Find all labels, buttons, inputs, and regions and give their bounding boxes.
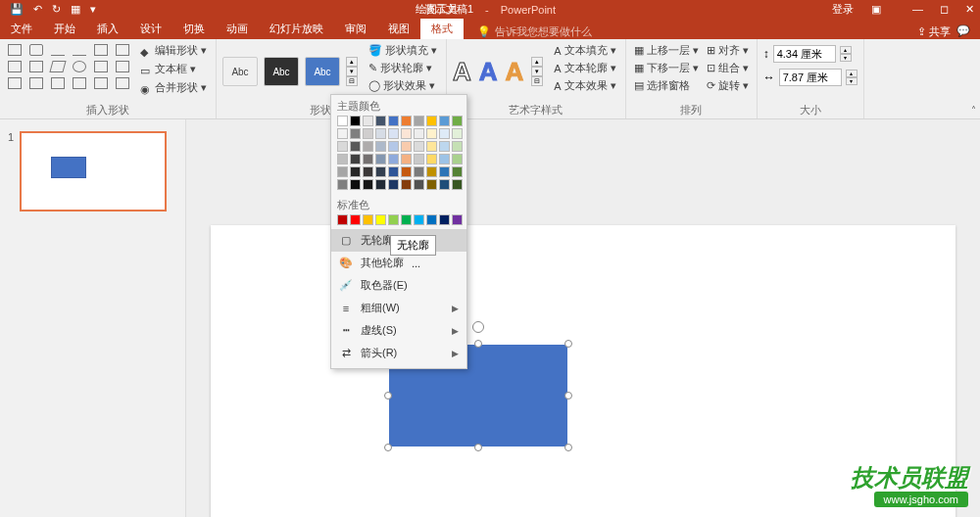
- color-swatch[interactable]: [401, 166, 412, 177]
- wordart-gallery[interactable]: A A A ▴▾⊟: [453, 42, 543, 101]
- resize-handle[interactable]: [564, 392, 572, 400]
- color-swatch[interactable]: [414, 116, 424, 126]
- color-swatch[interactable]: [401, 141, 412, 152]
- color-swatch[interactable]: [452, 154, 463, 164]
- tab-animations[interactable]: 动画: [216, 19, 259, 39]
- qat-customize-icon[interactable]: ▾: [90, 3, 96, 16]
- color-swatch[interactable]: [375, 179, 386, 190]
- width-spinner[interactable]: ▴▾: [846, 70, 858, 85]
- color-swatch[interactable]: [337, 128, 348, 139]
- color-swatch[interactable]: [337, 154, 348, 164]
- wordart-preset[interactable]: A: [479, 57, 498, 87]
- color-swatch[interactable]: [375, 128, 386, 139]
- color-swatch[interactable]: [414, 141, 424, 152]
- wordart-preset[interactable]: A: [506, 57, 524, 87]
- shape-outline-button[interactable]: ✎形状轮廓 ▾: [366, 60, 440, 76]
- color-swatch[interactable]: [439, 166, 450, 177]
- ribbon-display-icon[interactable]: ▣: [871, 3, 881, 16]
- start-from-beginning-icon[interactable]: ▦: [71, 3, 80, 16]
- height-spinner[interactable]: ▴▾: [840, 46, 852, 62]
- color-swatch[interactable]: [414, 179, 424, 190]
- color-swatch[interactable]: [414, 166, 424, 177]
- undo-icon[interactable]: ↶: [33, 3, 42, 16]
- color-swatch[interactable]: [350, 166, 361, 177]
- color-swatch[interactable]: [401, 214, 412, 225]
- textbox-button[interactable]: ▭文本框 ▾: [137, 61, 210, 77]
- color-swatch[interactable]: [439, 154, 450, 164]
- color-swatch[interactable]: [350, 128, 361, 139]
- ribbon-collapse-icon[interactable]: ˄: [971, 105, 976, 116]
- tab-format[interactable]: 格式: [420, 19, 464, 39]
- color-swatch[interactable]: [414, 214, 424, 225]
- color-swatch[interactable]: [388, 141, 399, 152]
- send-backward-button[interactable]: ▦下移一层 ▾: [632, 60, 701, 76]
- slide-canvas[interactable]: [211, 225, 956, 517]
- group-button[interactable]: ⊡组合 ▾: [705, 60, 751, 76]
- slide-thumbnail[interactable]: [20, 131, 167, 212]
- text-outline-button[interactable]: A文本轮廓 ▾: [551, 60, 618, 76]
- shape-effects-button[interactable]: ◯形状效果 ▾: [366, 77, 440, 94]
- tab-insert[interactable]: 插入: [86, 19, 129, 39]
- wordart-preset[interactable]: A: [453, 57, 471, 87]
- share-button[interactable]: ⇪ 共享: [917, 24, 951, 39]
- color-swatch[interactable]: [388, 116, 399, 126]
- color-swatch[interactable]: [337, 179, 348, 190]
- tab-review[interactable]: 审阅: [334, 19, 377, 39]
- color-swatch[interactable]: [439, 214, 450, 225]
- color-swatch[interactable]: [426, 179, 437, 190]
- color-swatch[interactable]: [388, 166, 399, 177]
- color-swatch[interactable]: [350, 214, 361, 225]
- slide-thumbnail-pane[interactable]: 1: [0, 119, 186, 517]
- shape-style-preset[interactable]: Abc: [305, 57, 340, 86]
- shape-height-input[interactable]: [773, 45, 836, 63]
- resize-handle[interactable]: [384, 444, 392, 451]
- color-swatch[interactable]: [426, 166, 437, 177]
- color-swatch[interactable]: [337, 116, 348, 126]
- eyedropper-item[interactable]: 💉 取色器(E): [331, 274, 466, 297]
- color-swatch[interactable]: [375, 154, 386, 164]
- color-swatch[interactable]: [452, 116, 463, 126]
- color-swatch[interactable]: [363, 154, 373, 164]
- color-swatch[interactable]: [350, 179, 361, 190]
- color-swatch[interactable]: [452, 128, 463, 139]
- slide-editor[interactable]: [186, 119, 980, 517]
- tell-me-search[interactable]: 💡 告诉我您想要做什么: [477, 24, 592, 39]
- color-swatch[interactable]: [363, 166, 373, 177]
- color-swatch[interactable]: [452, 141, 463, 152]
- color-swatch[interactable]: [452, 214, 463, 225]
- weight-item[interactable]: ≡ 粗细(W) ▶: [331, 297, 466, 319]
- text-effects-button[interactable]: A文本效果 ▾: [551, 77, 618, 94]
- color-swatch[interactable]: [388, 179, 399, 190]
- align-button[interactable]: ⊞对齐 ▾: [705, 42, 751, 59]
- color-swatch[interactable]: [375, 214, 386, 225]
- color-swatch[interactable]: [388, 214, 399, 225]
- color-swatch[interactable]: [363, 179, 373, 190]
- color-swatch[interactable]: [350, 116, 361, 126]
- color-swatch[interactable]: [401, 179, 412, 190]
- shape-style-preset[interactable]: Abc: [264, 57, 299, 86]
- color-swatch[interactable]: [414, 128, 424, 139]
- color-swatch[interactable]: [401, 128, 412, 139]
- arrows-item[interactable]: ⇄ 箭头(R) ▶: [331, 342, 466, 364]
- color-swatch[interactable]: [375, 141, 386, 152]
- color-swatch[interactable]: [414, 154, 424, 164]
- color-swatch[interactable]: [337, 166, 348, 177]
- color-swatch[interactable]: [401, 154, 412, 164]
- close-icon[interactable]: ✕: [965, 3, 974, 15]
- color-swatch[interactable]: [426, 116, 437, 126]
- color-swatch[interactable]: [388, 154, 399, 164]
- color-swatch[interactable]: [363, 116, 373, 126]
- shapes-gallery[interactable]: [6, 42, 133, 101]
- tab-view[interactable]: 视图: [377, 19, 420, 39]
- color-swatch[interactable]: [363, 214, 373, 225]
- save-icon[interactable]: 💾: [10, 3, 24, 16]
- resize-handle[interactable]: [564, 340, 572, 348]
- color-swatch[interactable]: [337, 214, 348, 225]
- color-swatch[interactable]: [439, 141, 450, 152]
- color-swatch[interactable]: [439, 179, 450, 190]
- shape-style-preset[interactable]: Abc: [222, 57, 258, 86]
- tab-slideshow[interactable]: 幻灯片放映: [259, 19, 334, 39]
- maximize-icon[interactable]: ◻: [940, 3, 949, 15]
- tab-design[interactable]: 设计: [129, 19, 172, 39]
- color-swatch[interactable]: [375, 116, 386, 126]
